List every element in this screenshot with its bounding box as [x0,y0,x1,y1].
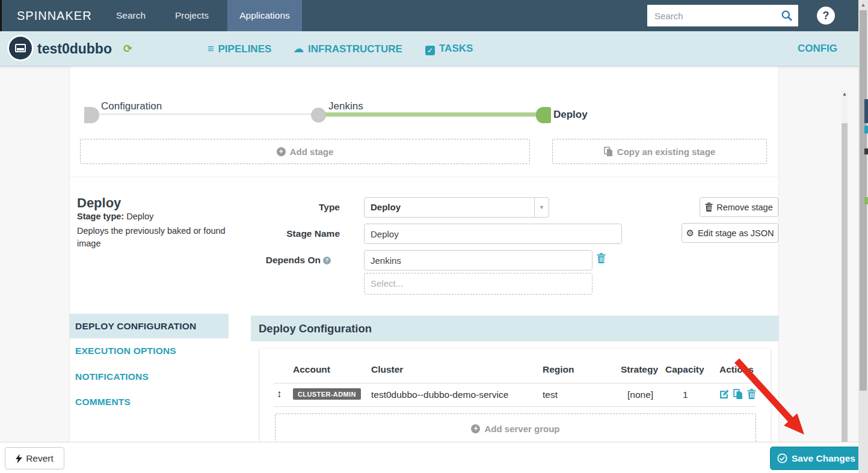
cloud-icon: ☁ [293,43,304,55]
screen-edge-artifact [864,99,868,123]
cell-cluster: test0dubbo--dubbo-demo-service [371,389,508,400]
copy-stage-button[interactable]: Copy an existing stage [552,139,767,164]
column-header-region: Region [543,364,574,375]
depends-on-label: Depends On? [241,255,331,266]
application-header: test0dubbo ⟳ ≡PIPELINES ☁INFRASTRUCTURE … [0,31,868,66]
stage-name-label: Stage Name [250,228,340,239]
scroll-up-icon[interactable]: ▲ [842,91,848,97]
stage-node-deploy[interactable] [536,107,551,123]
save-changes-button[interactable]: Save Changes [770,447,863,470]
global-search-input[interactable] [647,5,798,26]
drag-handle-icon[interactable]: ↕ [277,388,282,400]
remove-stage-button[interactable]: Remove stage [700,197,778,217]
scroll-up-icon[interactable]: ▲ [858,2,868,8]
cell-strategy: [none] [627,389,653,400]
revert-label: Revert [26,453,54,464]
column-header-strategy: Strategy [621,364,658,375]
sidebar-item-deploy-configuration[interactable]: DEPLOY CONFIGURATION [69,314,229,338]
nav-item-applications[interactable]: Applications [227,0,302,31]
app-window-glyph [15,44,26,52]
search-icon[interactable] [781,10,793,22]
config-link[interactable]: CONFIG [798,31,837,66]
stage-label-jenkins[interactable]: Jenkins [328,100,363,112]
screen-edge-artifact [864,126,868,133]
stage-editor-title: Deploy [77,195,121,211]
inner-scrollbar-thumb[interactable] [842,123,848,442]
add-stage-label: Add stage [290,147,334,157]
browser-scrollbar[interactable]: ▲ [858,0,868,473]
global-search-box [647,5,798,26]
stage-type-label: Stage type: [77,212,124,221]
tab-infrastructure-label: INFRASTRUCTURE [308,43,402,55]
remove-dependency-trash-icon[interactable] [597,253,606,263]
tab-pipelines-label: PIPELINES [218,43,272,55]
stage-type-value: Deploy [126,212,153,221]
table-row-divider [274,406,756,407]
tab-tasks-label: TASKS [439,43,473,54]
table-row: ↕ CLUSTER-ADMIN test0dubbo--dubbo-demo-s… [260,383,771,406]
column-header-capacity: Capacity [665,364,704,375]
gear-icon: ⚙ [686,228,694,239]
sidebar-item-comments[interactable]: COMMENTS [75,397,131,407]
deploy-configuration-panel: Account Cluster Region Strategy Capacity… [260,349,771,444]
stage-type-line: Stage type: Deploy [77,212,153,221]
sidebar-item-notifications[interactable]: NOTIFICATIONS [75,371,149,382]
tab-pipelines[interactable]: ≡PIPELINES [208,31,271,67]
tab-infrastructure[interactable]: ☁INFRASTRUCTURE [293,31,402,67]
copy-stage-label: Copy an existing stage [617,147,715,157]
graph-edge-config-jenkins [99,114,312,115]
lightning-icon [16,454,22,463]
screen-edge-artifact [864,148,868,154]
refresh-icon[interactable]: ⟳ [123,31,132,66]
edit-stage-json-button[interactable]: ⚙ Edit stage as JSON [682,223,778,243]
copy-icon [604,147,613,156]
nav-item-projects[interactable]: Projects [175,0,209,31]
save-changes-label: Save Changes [792,453,855,464]
check-circle-icon [777,453,787,463]
stage-name-input[interactable] [364,224,622,244]
add-server-group-button[interactable]: + Add server group [275,413,756,444]
delete-server-group-icon[interactable] [747,389,756,399]
copy-server-group-icon[interactable] [733,389,743,399]
plus-circle-icon: + [471,424,480,433]
stage-node-configuration[interactable] [84,107,99,123]
type-select-value: Deploy [371,202,401,212]
chevron-down-icon[interactable]: ▼ [534,198,549,217]
type-label: Type [250,202,340,213]
list-icon: ≡ [208,43,214,55]
edit-server-group-icon[interactable] [719,389,730,399]
depends-on-input[interactable] [364,250,593,270]
add-stage-button[interactable]: + Add stage [80,139,530,164]
top-navbar: SPINNAKER Search Projects Applications ? [0,0,868,31]
column-header-account: Account [293,364,330,375]
stage-label-configuration[interactable]: Configuration [101,100,162,112]
question-circle-icon[interactable]: ? [323,257,331,264]
sidebar-item-execution-options[interactable]: EXECUTION OPTIONS [75,346,176,356]
depends-on-label-text: Depends On [266,255,321,265]
tab-tasks[interactable]: ✓TASKS [425,31,473,66]
stage-node-jenkins[interactable] [311,108,326,123]
cell-capacity: 1 [683,389,688,400]
depends-on-select-placeholder[interactable]: Select... [364,273,593,294]
nav-item-search[interactable]: Search [116,0,146,31]
column-header-cluster: Cluster [371,364,403,375]
inner-scrollbar[interactable]: ▲ [842,90,848,442]
footer-bar: Revert Save Changes [0,442,868,473]
edit-stage-json-label: Edit stage as JSON [698,228,774,238]
application-title: test0dubbo [37,31,112,66]
plus-circle-icon: + [277,147,286,156]
trash-icon [705,203,713,212]
graph-edge-jenkins-deploy [325,112,537,117]
revert-button[interactable]: Revert [5,447,64,469]
stage-description: Deploys the previously baked or found im… [77,225,229,250]
help-icon[interactable]: ? [817,7,835,25]
screen-edge-artifact [864,197,868,204]
type-select[interactable]: Deploy ▼ [364,197,549,218]
application-icon [9,37,32,60]
account-badge: CLUSTER-ADMIN [293,388,361,400]
spinnaker-logo[interactable]: SPINNAKER [17,0,92,31]
section-divider [69,177,779,177]
cell-region: test [543,389,558,400]
stage-label-deploy[interactable]: Deploy [553,109,588,121]
column-header-actions: Actions [719,364,754,375]
